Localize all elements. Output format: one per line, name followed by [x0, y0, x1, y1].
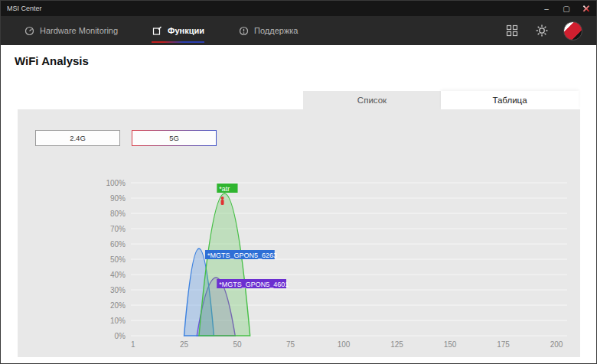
wifi-signal-chart: 0%10%20%30%40%50%60%70%80%90%100%1255075… [86, 172, 576, 356]
nav-item-support[interactable]: Поддержка [238, 16, 298, 45]
x-tick-label: 25 [180, 340, 189, 349]
window-controls: – ▢ ✕ [537, 1, 596, 16]
nav-item-label: Поддержка [254, 26, 298, 35]
nav-item-functions[interactable]: Функции [152, 16, 204, 45]
wifi-analysis-panel: 2.4G 5G 0%10%20%30%40%50%60%70%80%90%100… [18, 109, 580, 357]
y-tick-label: 70% [110, 225, 126, 233]
network-label: *atr [217, 184, 237, 193]
app-window: MSI Center – ▢ ✕ Hardware Monitoring Фун… [0, 0, 597, 364]
support-icon [238, 25, 249, 36]
band-2-4g-button[interactable]: 2.4G [35, 130, 120, 146]
connected-marker-icon [221, 200, 224, 205]
x-tick-label: 125 [390, 340, 403, 349]
y-tick-label: 100% [106, 179, 126, 187]
tab-list-view[interactable]: Список [303, 91, 441, 109]
network-label: *MGTS_GPON5_6263 [205, 250, 277, 259]
gauge-icon [24, 25, 34, 36]
nav-item-label: Hardware Monitoring [40, 26, 118, 35]
y-tick-label: 20% [110, 301, 126, 310]
page-title: WiFi Analysis [15, 54, 89, 67]
x-tick-label: 200 [550, 340, 563, 349]
band-5g-button[interactable]: 5G [132, 130, 217, 146]
tab-table-view[interactable]: Таблица [441, 91, 579, 109]
y-tick-label: 90% [110, 194, 126, 203]
user-avatar[interactable] [563, 21, 582, 41]
x-tick-label: 150 [444, 340, 457, 349]
active-tab-underline [152, 41, 204, 43]
close-button[interactable]: ✕ [576, 1, 596, 16]
window-title: MSI Center [1, 5, 42, 12]
x-tick-label: 175 [497, 340, 510, 349]
x-tick-label: 1 [131, 340, 135, 349]
nav-bar: Hardware Monitoring Функции Поддержка [1, 16, 596, 45]
y-tick-label: 0% [115, 332, 126, 340]
minimize-button[interactable]: – [537, 1, 556, 16]
x-tick-label: 75 [286, 340, 295, 349]
maximize-button[interactable]: ▢ [556, 1, 576, 16]
svg-text:*MGTS_GPON5_4601: *MGTS_GPON5_4601 [219, 281, 289, 288]
nav-item-hardware-monitoring[interactable]: Hardware Monitoring [24, 16, 118, 45]
y-tick-label: 10% [110, 317, 126, 325]
y-tick-label: 60% [110, 240, 126, 249]
band-selector: 2.4G 5G [35, 130, 217, 146]
connected-marker-icon [221, 197, 224, 200]
signal-curve [199, 193, 250, 336]
x-tick-label: 50 [233, 340, 242, 349]
y-tick-label: 50% [110, 255, 126, 264]
y-tick-label: 30% [110, 286, 126, 294]
y-tick-label: 80% [110, 210, 126, 218]
customize-icon [152, 25, 162, 36]
wifi-chart-svg: 0%10%20%30%40%50%60%70%80%90%100%1255075… [86, 172, 576, 356]
view-tabs: Список Таблица [303, 91, 579, 109]
nav-right-actions [504, 21, 582, 41]
svg-text:*atr: *atr [219, 185, 230, 193]
x-tick-label: 100 [338, 340, 351, 349]
svg-text:*MGTS_GPON5_6263: *MGTS_GPON5_6263 [207, 252, 277, 259]
gear-icon[interactable] [533, 22, 550, 39]
nav-item-label: Функции [168, 26, 204, 35]
y-tick-label: 40% [110, 271, 126, 279]
titlebar: MSI Center – ▢ ✕ [1, 1, 596, 16]
dashboard-grid-icon[interactable] [504, 22, 520, 39]
network-label: *MGTS_GPON5_4601 [217, 279, 289, 288]
